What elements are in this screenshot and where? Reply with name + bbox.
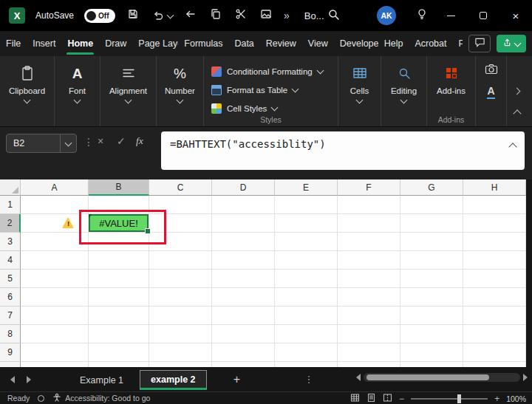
chevron-down-icon[interactable] <box>167 11 174 18</box>
cell-B2[interactable]: #VALUE! <box>89 214 149 233</box>
cell-A5[interactable] <box>21 270 89 288</box>
cell-C2[interactable] <box>149 214 212 233</box>
row-header-5[interactable]: 5 <box>0 270 21 288</box>
column-header-A[interactable]: A <box>21 179 89 196</box>
scroll-left-button[interactable] <box>356 374 361 381</box>
formula-bar-collapse-button[interactable] <box>510 140 516 152</box>
autosave-toggle[interactable]: Off <box>84 9 115 23</box>
cell-G10[interactable] <box>400 362 463 367</box>
sheet-tab-example-1[interactable]: Example 1 <box>69 370 134 390</box>
cell-C4[interactable] <box>149 251 212 270</box>
row-header-1[interactable]: 1 <box>0 196 21 214</box>
cell-G1[interactable] <box>400 196 463 214</box>
cell-C5[interactable] <box>149 270 212 288</box>
editing-group-button[interactable]: Editing <box>381 56 427 126</box>
sheet-tab-example-2[interactable]: example 2 <box>140 370 206 390</box>
cell-E4[interactable] <box>275 251 338 270</box>
column-header-H[interactable]: H <box>463 179 526 196</box>
next-sheet-button[interactable] <box>21 372 37 388</box>
zoom-out-button[interactable]: − <box>399 394 404 403</box>
page-break-view-button[interactable] <box>383 393 392 404</box>
cell-F7[interactable] <box>338 307 400 325</box>
zoom-in-button[interactable]: + <box>494 394 499 403</box>
tab-draw[interactable]: Draw <box>99 31 132 56</box>
cells-group-button[interactable]: Cells <box>338 56 381 126</box>
column-header-B[interactable]: B <box>89 179 149 196</box>
cell-G3[interactable] <box>400 233 463 251</box>
row-header-9[interactable]: 9 <box>0 343 21 362</box>
undo-button[interactable] <box>151 6 173 25</box>
accessibility-status[interactable]: Accessibility: Good to go <box>52 393 150 403</box>
excel-app-icon[interactable]: X <box>9 7 25 24</box>
cell-H9[interactable] <box>463 343 526 362</box>
save-button[interactable] <box>126 6 140 25</box>
cell-E1[interactable] <box>275 196 338 214</box>
cell-A1[interactable] <box>21 196 89 214</box>
select-all-corner[interactable] <box>0 179 21 196</box>
scrollbar-track[interactable] <box>364 373 520 382</box>
name-box[interactable]: B2 <box>6 134 77 153</box>
tab-help[interactable]: Help <box>378 31 409 56</box>
conditional-formatting-button[interactable]: Conditional Formatting <box>211 62 332 81</box>
cell-H6[interactable] <box>463 288 526 307</box>
cell-B5[interactable] <box>89 270 149 288</box>
formula-input[interactable]: =BAHTTEXT("accessiblity") <box>161 131 525 170</box>
cell-H3[interactable] <box>463 233 526 251</box>
cell-B10[interactable] <box>89 362 149 367</box>
picture-button[interactable] <box>259 6 273 25</box>
tab-home[interactable]: Home <box>61 31 99 56</box>
styles-font-icon[interactable]: A <box>487 85 494 99</box>
cell-C7[interactable] <box>149 307 212 325</box>
minimize-button[interactable] <box>434 0 467 31</box>
cell-E2[interactable] <box>275 214 338 233</box>
cell-B3[interactable] <box>89 233 149 251</box>
cell-F6[interactable] <box>338 288 400 307</box>
search-button[interactable] <box>324 6 343 25</box>
cell-D2[interactable] <box>212 214 275 233</box>
cell-B7[interactable] <box>89 307 149 325</box>
number-group-button[interactable]: % Number <box>157 56 204 126</box>
avatar[interactable]: AK <box>377 6 396 25</box>
cell-E10[interactable] <box>275 362 338 367</box>
cell-B6[interactable] <box>89 288 149 307</box>
row-header-4[interactable]: 4 <box>0 251 21 270</box>
share-button[interactable] <box>497 35 526 52</box>
cell-H1[interactable] <box>463 196 526 214</box>
zoom-slider[interactable] <box>411 398 488 400</box>
tab-data[interactable]: Data <box>228 31 259 56</box>
addins-group-button[interactable]: Add-ins Add-ins <box>427 56 476 126</box>
cell-H4[interactable] <box>463 251 526 270</box>
cell-F4[interactable] <box>338 251 400 270</box>
cell-D8[interactable] <box>212 325 275 343</box>
error-warning-icon[interactable]: ! <box>62 217 75 228</box>
tab-view[interactable]: View <box>302 31 334 56</box>
cell-E7[interactable] <box>275 307 338 325</box>
cell-D4[interactable] <box>212 251 275 270</box>
cell-E5[interactable] <box>275 270 338 288</box>
cell-B1[interactable] <box>89 196 149 214</box>
cell-G9[interactable] <box>400 343 463 362</box>
cell-A8[interactable] <box>21 325 89 343</box>
cell-D7[interactable] <box>212 307 275 325</box>
quick-access-overflow-icon[interactable]: » <box>284 10 290 21</box>
tab-review[interactable]: Review <box>260 31 302 56</box>
cell-D3[interactable] <box>212 233 275 251</box>
tell-me-button[interactable] <box>409 0 434 31</box>
cell-F9[interactable] <box>338 343 400 362</box>
row-header-8[interactable]: 8 <box>0 325 21 343</box>
cell-E6[interactable] <box>275 288 338 307</box>
macro-record-icon[interactable] <box>38 395 44 402</box>
cell-A6[interactable] <box>21 288 89 307</box>
cell-D10[interactable] <box>212 362 275 367</box>
cell-H7[interactable] <box>463 307 526 325</box>
cell-B4[interactable] <box>89 251 149 270</box>
zoom-level[interactable]: 100% <box>506 394 526 403</box>
cell-A3[interactable] <box>21 233 89 251</box>
cell-A10[interactable] <box>21 362 89 367</box>
cell-F10[interactable] <box>338 362 400 367</box>
tab-developer[interactable]: Developer <box>334 31 378 56</box>
cell-C6[interactable] <box>149 288 212 307</box>
cell-F3[interactable] <box>338 233 400 251</box>
cell-H10[interactable] <box>463 362 526 367</box>
tab-page-layout[interactable]: Page Layout <box>132 31 178 56</box>
